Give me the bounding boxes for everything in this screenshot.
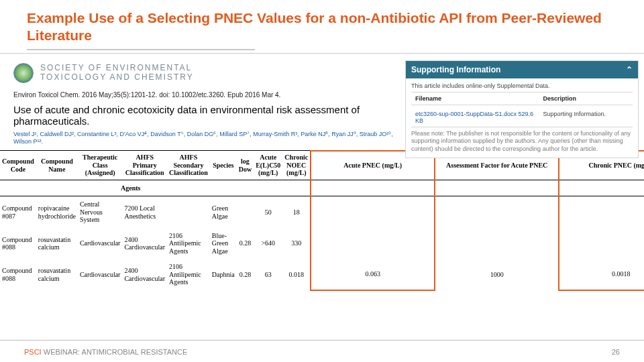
cell-logdow: 0.28 [237, 259, 254, 290]
table-row: Compound #088 rosuvastatin calcium Cardi… [0, 259, 644, 290]
th-ec50: Acute E(L)C50 (mg/L) [254, 151, 282, 180]
society-line2: TOXICOLOGY AND CHEMISTRY [40, 73, 194, 82]
cell-species: Green Algae [210, 196, 237, 228]
cell-ahfs1: 2400 Cardiovascular [122, 259, 167, 290]
file-data-row: etc3260-sup-0001-SuppData-S1.docx 529.6 … [411, 108, 633, 127]
th-name: Compound Name [36, 151, 78, 180]
footer-psci: PSCI [24, 348, 42, 356]
society-name: SOCIETY OF ENVIRONMENTAL TOXICOLOGY AND … [40, 64, 194, 81]
cell-af-acute: 1000 [435, 259, 559, 290]
th-ahfs1: AHFS Primary Classification [122, 151, 167, 180]
cell-name: ropivacaine hydrochloride [36, 196, 78, 228]
title-underline [27, 49, 255, 50]
th-class: Therapeutic Class (Assigned) [78, 151, 123, 180]
cell-name: rosuvastatin calcium [36, 259, 78, 290]
cell-species: Daphnia [210, 259, 237, 290]
author-list: Vestel J¹, Caldwell DJ², Constantine L³,… [13, 131, 402, 146]
society-line1: SOCIETY OF ENVIRONMENTAL [40, 64, 194, 72]
setac-logo-icon [13, 63, 34, 83]
cell-chronic-pnec [559, 196, 644, 228]
cell-code: Compound #087 [0, 196, 36, 228]
cell-class: Central Nervous System [78, 196, 123, 228]
supporting-info-panel: Supporting Information ⌃ This article in… [405, 60, 639, 158]
filename-header: Filename [411, 93, 539, 105]
top-divider [0, 53, 644, 54]
supporting-info-title: Supporting Information [411, 65, 500, 74]
cell-noec: 0.018 [282, 259, 311, 290]
footer-divider [0, 340, 644, 341]
cell-logdow: 0.28 [237, 228, 254, 259]
cell-ahfs1: 2400 Cardiovascular [122, 228, 167, 259]
slide-footer: PSCI WEBINAR: ANTIMICROBIAL RESISTANCE 2… [0, 342, 644, 362]
th-noec: Chronic NOEC (mg/L) [282, 151, 311, 180]
agents-label: Agents [0, 180, 311, 196]
footer-text: WEBINAR: ANTIMICROBIAL RESISTANCE [42, 348, 188, 356]
cell-af-acute [435, 196, 559, 228]
cell-noec: 18 [282, 196, 311, 228]
citation-text: Environ Toxicol Chem. 2016 May;35(5):120… [13, 91, 402, 99]
th-ahfs2: AHFS Secondary Classification [167, 151, 210, 180]
paper-title: Use of acute and chronic ecotoxicity dat… [13, 104, 402, 127]
cell-ahfs2: 2106 Antilipemic Agents [167, 228, 210, 259]
table-row: Compound #088 rosuvastatin calcium Cardi… [0, 228, 644, 259]
slide-title: Example Use of a Selecting PNEC Values f… [0, 0, 644, 49]
cell-ec50: 50 [254, 196, 282, 228]
cell-species: Blue-Green Algae [210, 228, 237, 259]
article-block: SOCIETY OF ENVIRONMENTAL TOXICOLOGY AND … [0, 59, 644, 150]
cell-code: Compound #088 [0, 259, 36, 290]
cell-class: Cardiovascular [78, 259, 123, 290]
file-header-row: Filename Description [411, 92, 633, 105]
cell-class: Cardiovascular [78, 228, 123, 259]
cell-acute-pnec: 0.063 [311, 259, 435, 290]
supporting-info-intro: This article includes online-only Supple… [411, 82, 633, 89]
pnec-data-table: Compound Code Compound Name Therapeutic … [0, 150, 644, 291]
cell-ahfs2 [167, 196, 210, 228]
th-code: Compound Code [0, 151, 36, 180]
cell-name: rosuvastatin calcium [36, 228, 78, 259]
supporting-info-header[interactable]: Supporting Information ⌃ [406, 61, 638, 78]
cell-af-acute [435, 228, 559, 259]
society-header: SOCIETY OF ENVIRONMENTAL TOXICOLOGY AND … [13, 59, 402, 88]
cell-acute-pnec [311, 196, 435, 228]
cell-code: Compound #088 [0, 228, 36, 259]
cell-noec: 330 [282, 228, 311, 259]
cell-ec50: >640 [254, 228, 282, 259]
cell-chronic-pnec [559, 228, 644, 259]
th-species: Species [210, 151, 237, 180]
cell-logdow [237, 196, 254, 228]
cell-ec50: 63 [254, 259, 282, 290]
supporting-file-description: Supporting Information. [539, 108, 633, 127]
cell-chronic-pnec: 0.0018 [559, 259, 644, 290]
chevron-up-icon[interactable]: ⌃ [626, 65, 633, 74]
supporting-info-body: This article includes online-only Supple… [406, 78, 638, 158]
publisher-note: Please note: The publisher is not respon… [411, 130, 633, 154]
cell-ahfs2: 2106 Antilipemic Agents [167, 259, 210, 290]
supporting-file-link[interactable]: etc3260-sup-0001-SuppData-S1.docx 529.6 … [411, 108, 539, 127]
article-left-column: SOCIETY OF ENVIRONMENTAL TOXICOLOGY AND … [13, 59, 402, 146]
table-row: Compound #087 ropivacaine hydrochloride … [0, 196, 644, 228]
th-logdow: log Dow [237, 151, 254, 180]
description-header: Description [539, 93, 633, 105]
cell-acute-pnec [311, 228, 435, 259]
page-number: 26 [612, 348, 620, 356]
footer-left: PSCI WEBINAR: ANTIMICROBIAL RESISTANCE [24, 348, 187, 356]
agents-section-row: Agents [0, 180, 644, 196]
cell-ahfs1: 7200 Local Anesthetics [122, 196, 167, 228]
